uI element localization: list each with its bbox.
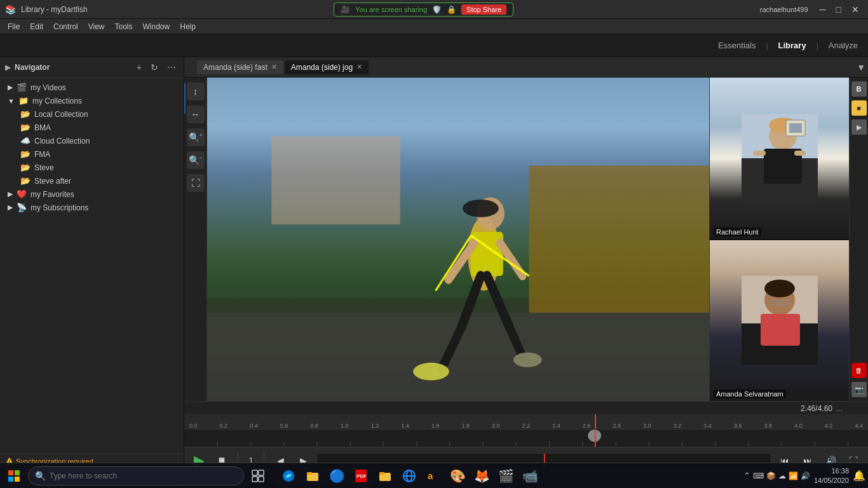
- camera-button[interactable]: 📷: [851, 382, 867, 397]
- taskbar-app-file-explorer[interactable]: [301, 464, 324, 487]
- sidebar-item-my-favorites[interactable]: ▶ ❤️ my Favorites: [0, 187, 184, 201]
- taskbar-app-color[interactable]: 🎨: [446, 464, 469, 487]
- steve-icon: 📂: [20, 163, 31, 172]
- taskbar-app-amazon[interactable]: a: [422, 464, 445, 487]
- my-collections-folder-icon: 📁: [18, 96, 29, 105]
- zoom-in-button[interactable]: 🔍+: [187, 128, 205, 146]
- menu-tools[interactable]: Tools: [110, 21, 138, 32]
- svg-rect-26: [789, 123, 802, 133]
- stop-share-button[interactable]: Stop Share: [461, 4, 506, 15]
- more-options-button[interactable]: ⋯: [165, 61, 179, 74]
- minimize-button[interactable]: ─: [816, 3, 830, 16]
- sidebar-item-steve[interactable]: 📂 Steve: [0, 161, 184, 174]
- nav-separator1: |: [766, 41, 768, 50]
- media-panel-tab[interactable]: Media: [184, 83, 186, 114]
- taskbar-system-tray: ⌃ ⌨ 📦 ☁ 📶 🔊 16:38 14/05/2020 🔔: [743, 466, 865, 485]
- app-icon: 📚: [5, 4, 16, 15]
- menu-control[interactable]: Control: [48, 21, 83, 32]
- webcam-view: Rachael Hunt: [710, 78, 849, 401]
- taskbar-search[interactable]: 🔍: [28, 466, 244, 485]
- taskbar-app-pdf[interactable]: PDF: [349, 464, 372, 487]
- tab1-close-icon[interactable]: ✕: [271, 63, 277, 71]
- playhead[interactable]: [595, 414, 596, 429]
- scrub-area[interactable]: [184, 430, 868, 447]
- time-more-options[interactable]: ...: [836, 404, 843, 413]
- svg-marker-3: [271, 137, 400, 225]
- taskbar-app-chrome[interactable]: 🔵: [325, 464, 348, 487]
- sidebar-item-local-collection[interactable]: 📂 Local Collection: [0, 107, 184, 121]
- main-video: [207, 78, 709, 401]
- nav-analyze[interactable]: Analyze: [829, 41, 858, 50]
- delete-button[interactable]: 🗑: [851, 363, 867, 378]
- volume-icon[interactable]: 🔊: [801, 471, 810, 480]
- tabs-dropdown[interactable]: ▼: [857, 62, 865, 72]
- add-button[interactable]: +: [134, 61, 144, 74]
- wifi-icon[interactable]: 📶: [789, 471, 798, 480]
- up-arrow-icon[interactable]: ⌃: [743, 471, 750, 480]
- tray-icons: ⌃ ⌨ 📦 ☁ 📶 🔊: [743, 471, 810, 480]
- svg-point-12: [413, 363, 449, 381]
- tab2-close-icon[interactable]: ✕: [356, 63, 362, 71]
- sidebar-item-bma[interactable]: 📂 BMA: [0, 121, 184, 134]
- webcam-person2-label: Amanda Selvaratnam: [714, 390, 786, 398]
- search-input[interactable]: [50, 471, 237, 480]
- my-collections-arrow-icon: ▼: [8, 97, 15, 105]
- date-display: 14/05/2020: [814, 476, 849, 485]
- task-view-button[interactable]: [247, 464, 269, 487]
- video-area: ↕ ↔ 🔍+ 🔍− ⛶: [184, 78, 868, 401]
- main-layout: ▶ Navigator + ↻ ⋯ ▶ 🎬 my Videos ▼ 📁 my C…: [0, 57, 868, 488]
- sidebar-expand-icon[interactable]: ▶: [5, 63, 11, 72]
- keyboard-icon[interactable]: ⌨: [753, 471, 764, 480]
- nav-essentials[interactable]: Essentials: [718, 41, 756, 50]
- sidebar-item-steve-after[interactable]: 📂 Steve after: [0, 174, 184, 187]
- refresh-button[interactable]: ↻: [148, 61, 161, 74]
- move-horizontal-button[interactable]: ↔: [187, 105, 205, 123]
- svg-text:PDF: PDF: [356, 473, 367, 479]
- menu-edit[interactable]: Edit: [25, 21, 48, 32]
- start-button[interactable]: [3, 464, 25, 487]
- dropbox-icon[interactable]: 📦: [766, 471, 776, 480]
- svg-rect-57: [595, 430, 596, 447]
- tab-amanda-fast[interactable]: Amanda (side) fast ✕: [197, 60, 283, 74]
- yellow-marker[interactable]: ■: [851, 100, 867, 116]
- menu-view[interactable]: View: [83, 21, 110, 32]
- menu-file[interactable]: File: [3, 21, 25, 32]
- menu-window[interactable]: Window: [138, 21, 175, 32]
- notification-button[interactable]: 🔔: [853, 470, 865, 482]
- taskbar-app-firefox[interactable]: 🦊: [470, 464, 493, 487]
- tab-amanda-jog[interactable]: Amanda (side) jog ✕: [285, 60, 369, 74]
- sidebar-item-cloud-collection[interactable]: ☁️ Cloud Collection: [0, 134, 184, 147]
- menubar: File Edit Control View Tools Window Help: [0, 19, 868, 34]
- tray-icon3[interactable]: ☁: [778, 471, 786, 480]
- svg-text:a: a: [428, 470, 433, 481]
- nav-separator2: |: [817, 41, 818, 50]
- taskbar-app-edge[interactable]: [277, 464, 300, 487]
- svg-point-15: [513, 353, 542, 367]
- taskbar-app-zoom[interactable]: 📹: [519, 464, 541, 487]
- menu-help[interactable]: Help: [175, 21, 201, 32]
- sidebar-item-my-videos[interactable]: ▶ 🎬 my Videos: [0, 81, 184, 94]
- webcam-bottom: Amanda Selvaratnam: [710, 240, 849, 402]
- search-icon: 🔍: [35, 471, 46, 481]
- close-button[interactable]: ✕: [848, 3, 863, 16]
- zoom-out-button[interactable]: 🔍−: [187, 151, 205, 169]
- clock[interactable]: 16:38 14/05/2020: [814, 466, 849, 485]
- sidebar-item-my-collections[interactable]: ▼ 📁 my Collections: [0, 94, 184, 107]
- maximize-button[interactable]: □: [832, 3, 845, 16]
- taskbar-app-folder2[interactable]: [374, 464, 397, 487]
- taskbar-app-ie[interactable]: [398, 464, 421, 487]
- fit-view-button[interactable]: ⛶: [187, 174, 205, 192]
- sidebar-item-my-subscriptions[interactable]: ▶ 📡 my Subscriptions: [0, 201, 184, 214]
- right-side-arrow[interactable]: ▶: [851, 119, 867, 135]
- b-button[interactable]: B: [851, 81, 867, 97]
- nav-library[interactable]: Library: [778, 41, 806, 50]
- taskbar-app-dartfish[interactable]: 🎬: [494, 464, 517, 487]
- svg-rect-86: [259, 477, 264, 482]
- fma-icon: 📂: [20, 149, 31, 159]
- svg-rect-30: [761, 314, 800, 346]
- cloud-collection-label: Cloud Collection: [34, 137, 90, 146]
- my-favorites-label: my Favorites: [31, 190, 74, 199]
- sidebar-item-fma[interactable]: 📂 FMA: [0, 147, 184, 161]
- move-vertical-button[interactable]: ↕: [187, 83, 205, 100]
- timeline-ruler[interactable]: 0.00.20.40.60.8 1.01.21.41.61.8 2.02.22.…: [184, 414, 868, 430]
